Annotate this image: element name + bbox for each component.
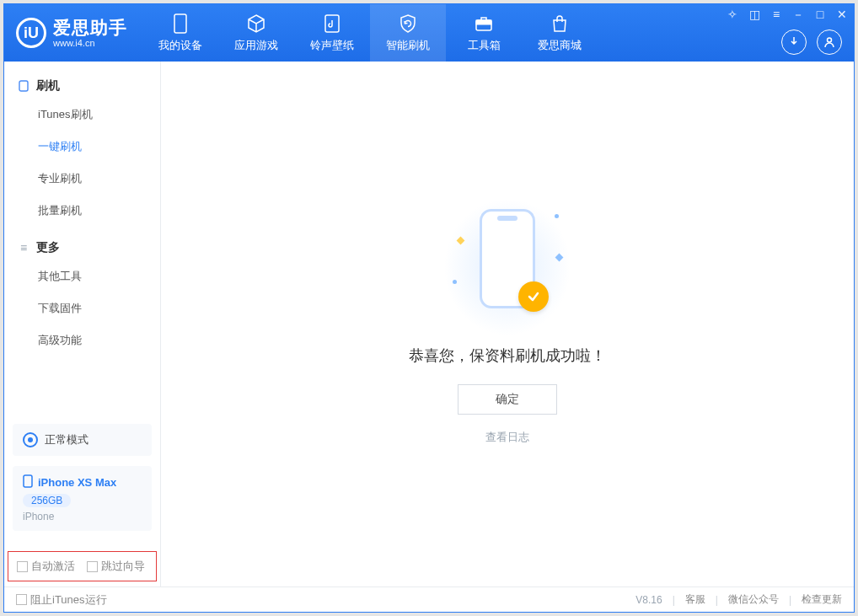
sidebar-item-oneclick-flash[interactable]: 一键刷机 bbox=[38, 131, 160, 163]
top-nav: 我的设备 应用游戏 铃声壁纸 智能刷机 工具箱 爱思商城 bbox=[142, 4, 598, 62]
success-message: 恭喜您，保资料刷机成功啦！ bbox=[409, 345, 606, 366]
svg-rect-5 bbox=[19, 81, 28, 91]
device-name: iPhone XS Max bbox=[38, 476, 116, 489]
nav-label: 爱思商城 bbox=[538, 38, 582, 53]
status-link-update[interactable]: 检查更新 bbox=[802, 592, 842, 607]
shield-refresh-icon bbox=[397, 13, 419, 35]
nav-smart-flash[interactable]: 智能刷机 bbox=[370, 4, 446, 62]
status-link-wechat[interactable]: 微信公众号 bbox=[728, 592, 779, 607]
close-icon[interactable]: ✕ bbox=[835, 8, 849, 23]
device-type: iPhone bbox=[23, 511, 142, 522]
mode-label: 正常模式 bbox=[45, 432, 88, 447]
app-logo: iU 爱思助手 www.i4.cn bbox=[4, 4, 142, 62]
device-mode-card[interactable]: 正常模式 bbox=[13, 424, 152, 456]
checkbox-label: 自动激活 bbox=[31, 559, 75, 574]
main-content: 恭喜您，保资料刷机成功啦！ 确定 查看日志 bbox=[161, 62, 854, 587]
titlebar: iU 爱思助手 www.i4.cn 我的设备 应用游戏 铃声壁纸 智能刷机 bbox=[4, 4, 854, 62]
device-capacity: 256GB bbox=[23, 494, 71, 507]
checkbox-auto-activate[interactable]: 自动激活 bbox=[17, 559, 75, 574]
sidebar-section-flash: 刷机 bbox=[4, 72, 160, 99]
nav-label: 铃声壁纸 bbox=[310, 38, 354, 53]
device-card[interactable]: iPhone XS Max 256GB iPhone bbox=[13, 466, 152, 531]
minimize-icon[interactable]: － bbox=[791, 8, 805, 23]
success-panel: 恭喜您，保资料刷机成功啦！ 确定 查看日志 bbox=[409, 204, 606, 445]
nav-store[interactable]: 爱思商城 bbox=[522, 4, 598, 62]
sidebar-item-pro-flash[interactable]: 专业刷机 bbox=[38, 163, 160, 195]
nav-ringtone-wallpaper[interactable]: 铃声壁纸 bbox=[294, 4, 370, 62]
svg-point-4 bbox=[828, 38, 832, 42]
ok-button[interactable]: 确定 bbox=[458, 384, 557, 415]
checkbox-skip-guide[interactable]: 跳过向导 bbox=[87, 559, 145, 574]
mode-indicator-icon bbox=[23, 432, 38, 447]
nav-label: 智能刷机 bbox=[386, 38, 430, 53]
bag-icon bbox=[549, 13, 571, 35]
toolbox-icon bbox=[473, 13, 495, 35]
phone-small-icon bbox=[23, 474, 33, 490]
nav-toolbox[interactable]: 工具箱 bbox=[446, 4, 522, 62]
sidebar-item-download-firmware[interactable]: 下载固件 bbox=[38, 292, 160, 324]
sidebar: 刷机 iTunes刷机 一键刷机 专业刷机 批量刷机 ≡ 更多 其他工具 下载固… bbox=[4, 62, 161, 587]
window-controls: ✧ ◫ ≡ － □ ✕ bbox=[726, 8, 849, 23]
sidebar-section-title: 更多 bbox=[36, 240, 60, 255]
sidebar-item-itunes-flash[interactable]: iTunes刷机 bbox=[38, 99, 160, 131]
music-file-icon bbox=[321, 13, 343, 35]
logo-icon: iU bbox=[16, 18, 46, 48]
svg-rect-0 bbox=[174, 14, 186, 33]
user-account-icon[interactable] bbox=[817, 29, 842, 55]
skin-icon[interactable]: ✧ bbox=[726, 8, 739, 23]
body: 刷机 iTunes刷机 一键刷机 专业刷机 批量刷机 ≡ 更多 其他工具 下载固… bbox=[4, 62, 854, 587]
maximize-icon[interactable]: □ bbox=[813, 8, 827, 23]
phone-icon bbox=[169, 13, 191, 35]
checkbox-label: 跳过向导 bbox=[101, 559, 145, 574]
feedback-icon[interactable]: ◫ bbox=[748, 8, 761, 23]
success-illustration bbox=[453, 204, 562, 330]
sidebar-section-more: ≡ 更多 bbox=[4, 233, 160, 260]
nav-label: 应用游戏 bbox=[234, 38, 278, 53]
status-link-support[interactable]: 客服 bbox=[685, 592, 705, 607]
device-small-icon bbox=[18, 80, 29, 92]
sidebar-item-batch-flash[interactable]: 批量刷机 bbox=[38, 195, 160, 227]
sidebar-item-advanced[interactable]: 高级功能 bbox=[38, 324, 160, 356]
statusbar: 阻止iTunes运行 V8.16 | 客服 | 微信公众号 | 检查更新 bbox=[4, 587, 854, 612]
view-log-link[interactable]: 查看日志 bbox=[409, 430, 606, 445]
app-name: 爱思助手 bbox=[53, 18, 127, 37]
version-label: V8.16 bbox=[635, 594, 662, 606]
download-manager-icon[interactable] bbox=[781, 29, 807, 55]
titlebar-actions bbox=[781, 29, 842, 55]
app-url: www.i4.cn bbox=[53, 38, 127, 48]
svg-rect-3 bbox=[476, 20, 491, 24]
success-check-badge-icon bbox=[518, 281, 549, 312]
nav-my-device[interactable]: 我的设备 bbox=[142, 4, 218, 62]
cube-icon bbox=[245, 13, 267, 35]
app-window: iU 爱思助手 www.i4.cn 我的设备 应用游戏 铃声壁纸 智能刷机 bbox=[3, 3, 855, 613]
nav-label: 工具箱 bbox=[468, 38, 501, 53]
menu-icon[interactable]: ≡ bbox=[770, 8, 783, 23]
sidebar-section-title: 刷机 bbox=[36, 78, 60, 94]
checkbox-label: 阻止iTunes运行 bbox=[30, 592, 107, 608]
nav-apps-games[interactable]: 应用游戏 bbox=[218, 4, 294, 62]
sidebar-item-other-tools[interactable]: 其他工具 bbox=[38, 260, 160, 292]
nav-label: 我的设备 bbox=[158, 38, 202, 53]
checkbox-block-itunes[interactable]: 阻止iTunes运行 bbox=[16, 592, 107, 608]
svg-rect-6 bbox=[24, 475, 32, 487]
options-highlight-row: 自动激活 跳过向导 bbox=[8, 551, 157, 581]
list-icon: ≡ bbox=[18, 242, 29, 254]
